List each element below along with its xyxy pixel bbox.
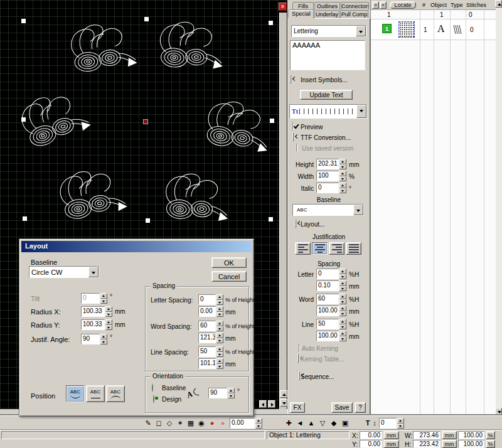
spin-down-button[interactable] [216, 352, 223, 358]
scroll-left-button[interactable] [259, 400, 267, 408]
object-list-scrollbar[interactable] [496, 0, 502, 415]
w-percent-field[interactable]: 100.00 [458, 431, 484, 439]
selection-handle[interactable] [23, 216, 27, 221]
spin-up-button[interactable] [339, 171, 346, 176]
spin-up-button[interactable] [216, 321, 223, 326]
embroidery-object[interactable] [155, 167, 235, 233]
x-value-field[interactable]: 0.00 [360, 431, 382, 439]
star-icon[interactable]: ✶ [175, 418, 185, 428]
spin-up-button[interactable] [216, 306, 223, 312]
triangle-down-icon[interactable]: ▽ [318, 418, 328, 428]
close-design-button[interactable]: × [279, 3, 287, 11]
locate-button[interactable]: Locate [390, 1, 416, 9]
spin-up-button[interactable] [339, 183, 346, 188]
needle-icon[interactable]: ✚ [284, 418, 294, 428]
justify-full-button[interactable] [346, 242, 361, 255]
spin-down-button[interactable] [228, 393, 235, 399]
panel-collapse-button[interactable]: « [380, 1, 387, 9]
spin-down-button[interactable] [339, 311, 346, 317]
letter-spacing-mm-input[interactable]: 0.00 [198, 306, 223, 317]
target-icon[interactable]: ◉ [196, 418, 206, 428]
selection-handle[interactable] [269, 217, 273, 221]
layout-chevron-button[interactable] [295, 219, 296, 228]
lettering-text-input[interactable]: AAAAAA [290, 40, 365, 70]
word-spacing-pct-input[interactable]: 60 [198, 321, 223, 331]
insert-symbols-chevron-button[interactable] [290, 75, 291, 83]
radius-y-input[interactable]: 100.33 [81, 319, 112, 330]
count-input[interactable]: 0 [379, 418, 404, 429]
scroll-right-button[interactable] [268, 400, 275, 408]
embroidery-object[interactable] [195, 92, 279, 165]
spin-up-button[interactable] [228, 388, 235, 393]
diamond-icon[interactable]: ◆ [329, 418, 339, 428]
scroll-up-button[interactable] [495, 0, 502, 8]
red-stop-icon[interactable]: ● [207, 418, 217, 428]
dialog-titlebar[interactable]: Layout [21, 241, 252, 252]
baseline-dropdown[interactable]: ABC [292, 204, 364, 216]
baseline-combo[interactable]: Circle CW [29, 266, 99, 278]
spin-down-button[interactable] [216, 312, 223, 317]
dropdown-arrow-icon[interactable] [88, 267, 99, 277]
spin-up-button[interactable] [216, 346, 223, 352]
spin-down-button[interactable] [339, 299, 346, 305]
spin-up-button[interactable] [339, 319, 346, 324]
selection-handle[interactable] [146, 218, 150, 223]
w-percent-button[interactable]: % [486, 431, 495, 439]
italic-input[interactable]: 0 [316, 183, 346, 193]
spin-up-button[interactable] [105, 306, 112, 312]
ttf-conversion-chevron-button[interactable] [292, 132, 294, 141]
spin-up-button[interactable] [216, 333, 223, 338]
position-arc-below-button[interactable]: ABC [66, 385, 85, 402]
spin-up-button[interactable] [339, 269, 346, 274]
scroll-up-button[interactable] [280, 390, 287, 398]
line-spacing-mm-input[interactable]: 101.1 [198, 358, 223, 369]
line-spacing-pct-input[interactable]: 50 [198, 346, 223, 357]
object-thumbnail[interactable] [398, 21, 415, 38]
help-button[interactable]: ? [355, 402, 366, 413]
tab-pullcomp[interactable]: Pull Comp [340, 10, 368, 18]
letter-spacing-pct-input[interactable]: 0 [198, 294, 223, 305]
x-unit-button[interactable]: mm [383, 431, 399, 439]
insert-symbols-button[interactable]: Insert Symbols... [301, 77, 347, 83]
selection-handle[interactable] [270, 119, 274, 123]
cancel-button[interactable]: Cancel [211, 271, 247, 282]
spin-down-button[interactable] [105, 312, 112, 317]
ok-button[interactable]: OK [211, 257, 247, 268]
spin-down-button[interactable] [216, 300, 223, 306]
justify-left-button[interactable] [295, 242, 311, 255]
ttf-conversion-button[interactable]: TTF Conversion... [301, 134, 351, 141]
embroidery-object[interactable] [150, 16, 229, 81]
position-straight-button[interactable]: ABC [86, 385, 105, 402]
spin-down-button[interactable] [255, 424, 262, 429]
spin-down-button[interactable] [216, 364, 223, 370]
spin-up-button[interactable] [105, 319, 112, 325]
spin-down-button[interactable] [105, 325, 112, 331]
word-spacing-pct-input[interactable]: 60 [316, 294, 346, 304]
offset-input[interactable]: 0.00 [230, 418, 262, 429]
reshape-icon[interactable]: ✎ [143, 418, 153, 428]
panel-expand-button[interactable]: » [372, 1, 379, 9]
selection-handle[interactable] [269, 21, 273, 25]
justify-right-button[interactable] [329, 242, 344, 255]
save-button[interactable]: Save [331, 402, 353, 413]
shape-square-icon[interactable]: ◻ [154, 418, 164, 428]
letter-spacing-mm-input[interactable]: 0.10 [316, 280, 346, 291]
update-text-button[interactable]: Update Text [300, 90, 353, 100]
box-icon[interactable]: ▣ [340, 418, 350, 428]
line-spacing-mm-input[interactable]: 100.00 [316, 331, 346, 341]
y-value-field[interactable]: 0.00 [360, 440, 382, 448]
spin-down-button[interactable] [339, 324, 346, 330]
line-spacing-pct-input[interactable]: 50 [316, 319, 346, 329]
layout-button[interactable]: Layout... [301, 221, 324, 228]
sequence-button[interactable]: Sequence... [301, 373, 334, 380]
canvas-vertical-scrollbar[interactable] [279, 13, 287, 409]
spin-down-button[interactable] [100, 339, 107, 345]
tab-connectors[interactable]: Connectors [341, 2, 369, 10]
selection-handle[interactable] [144, 17, 149, 21]
selection-handle[interactable] [21, 117, 26, 122]
spin-up-button[interactable] [339, 294, 346, 299]
w-value-field[interactable]: 273.46 [413, 431, 441, 439]
tab-outlines[interactable]: Outlines [314, 2, 340, 10]
dropdown-arrow-icon[interactable] [353, 205, 363, 215]
embroidery-object[interactable] [63, 18, 141, 82]
